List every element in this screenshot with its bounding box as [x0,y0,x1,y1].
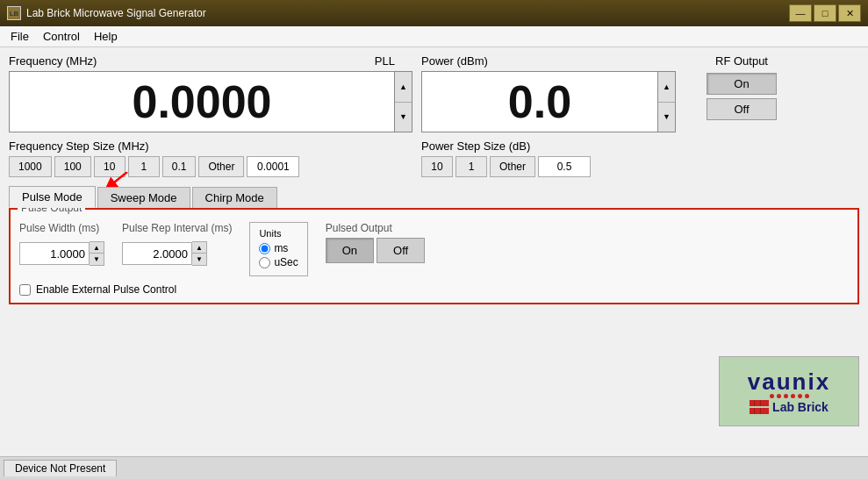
freq-step-section: Frequency Step Size (MHz) 1000 100 10 1 … [9,139,412,177]
minimize-button[interactable]: — [789,4,812,22]
rf-output-label: RF Output [715,54,768,68]
rf-on-button[interactable]: On [707,73,777,95]
main-content: Frequency (MHz) PLL 0.0000 ▲ ▼ Power (dB… [0,47,868,456]
menu-bar: File Control Help [0,26,868,47]
frequency-value: 0.0000 [10,72,394,132]
pll-label: PLL [375,54,395,68]
power-spin-up[interactable]: ▲ [658,72,675,103]
units-usec-label[interactable]: uSec [259,256,298,268]
svg-rect-4 [754,408,755,414]
close-button[interactable]: ✕ [838,4,861,22]
pulse-content: Pulse Width (ms) ▲ ▼ Pulse Rep Interval … [19,222,849,276]
pulse-rep-input[interactable] [122,242,192,265]
freq-step-label: Frequency Step Size (MHz) [9,139,412,153]
brick-icon [750,400,769,414]
power-step-10[interactable]: 10 [421,156,453,177]
frequency-spin-up[interactable]: ▲ [395,72,412,103]
dot-3 [784,394,788,398]
lab-brick-row: Lab Brick [750,400,829,414]
freq-step-buttons: 1000 100 10 1 0.1 Other [9,156,412,177]
tabs-row: Pulse Mode Sweep Mode Chirp Mode [9,186,859,208]
status-bar: Device Not Present [0,456,868,479]
pulse-width-group: Pulse Width (ms) ▲ ▼ [19,222,104,266]
dot-5 [798,394,802,398]
units-ms-text: ms [274,242,288,254]
pulsed-on-button[interactable]: On [326,238,374,263]
pulse-rep-input-row: ▲ ▼ [122,241,232,266]
units-ms-radio[interactable] [259,243,270,254]
pulse-width-spinner: ▲ ▼ [90,241,104,266]
step-row: Frequency Step Size (MHz) 1000 100 10 1 … [9,139,859,177]
units-usec-radio[interactable] [259,257,270,268]
svg-rect-3 [754,400,755,406]
vaunix-logo: vaunix Lab Brick [719,356,859,426]
power-step-1[interactable]: 1 [456,156,487,177]
pulse-width-label: Pulse Width (ms) [19,222,104,234]
ext-pulse-checkbox[interactable] [19,284,31,296]
power-step-label: Power Step Size (dB) [421,139,685,153]
rf-output-section: RF Output On Off [685,54,799,132]
tabs-container: Pulse Mode Sweep Mode Chirp Mode [9,186,859,208]
pulse-panel: Pulse Output Pulse Width (ms) ▲ ▼ Pulse … [9,208,859,304]
dot-1 [770,394,774,398]
frequency-label: Frequency (MHz) [9,54,97,68]
pulse-rep-label: Pulse Rep Interval (ms) [122,222,232,234]
power-label: Power (dBm) [421,54,488,68]
tab-chirp-mode[interactable]: Chirp Mode [192,187,277,208]
frequency-header: Frequency (MHz) PLL [9,54,412,68]
status-tab: Device Not Present [4,460,117,476]
pulse-width-spin-down[interactable]: ▼ [90,254,104,265]
frequency-display: 0.0000 ▲ ▼ [9,71,412,132]
pulsed-output-group: Pulsed Output On Off [326,222,425,263]
pulsed-output-label: Pulsed Output [326,222,392,234]
power-spinner: ▲ ▼ [657,72,675,132]
pulse-width-spin-up[interactable]: ▲ [90,242,104,254]
svg-rect-2 [750,408,769,414]
title-bar: LB Lab Brick Microwave Signal Generator … [0,0,868,26]
lab-brick-text: Lab Brick [772,400,829,414]
tab-sweep-mode[interactable]: Sweep Mode [97,187,190,208]
vaunix-dots [770,394,809,398]
power-step-input[interactable] [538,156,591,177]
menu-file[interactable]: File [4,28,36,45]
vaunix-name: vaunix [748,368,830,396]
power-spin-down[interactable]: ▼ [658,103,675,132]
menu-control[interactable]: Control [36,28,87,45]
top-row: Frequency (MHz) PLL 0.0000 ▲ ▼ Power (dB… [9,54,859,132]
power-step-buttons: 10 1 Other [421,156,685,177]
pulse-rep-spin-up[interactable]: ▲ [192,242,206,254]
freq-step-1[interactable]: 1 [128,156,160,177]
window-controls: — □ ✕ [789,4,861,22]
pulse-width-input-row: ▲ ▼ [19,241,104,266]
frequency-section: Frequency (MHz) PLL 0.0000 ▲ ▼ [9,54,412,132]
pulsed-btns: On Off [326,238,425,263]
power-step-section: Power Step Size (dB) 10 1 Other [421,139,685,177]
units-label: Units [259,228,298,239]
ext-pulse-label: Enable External Pulse Control [36,283,176,296]
freq-step-other[interactable]: Other [198,156,244,177]
freq-step-10[interactable]: 10 [94,156,126,177]
rf-btn-group: On Off [707,73,777,120]
rf-off-button[interactable]: Off [707,98,777,120]
pulsed-off-button[interactable]: Off [377,238,425,263]
pulse-width-input[interactable] [19,242,90,265]
units-usec-text: uSec [274,256,298,268]
freq-step-0-1[interactable]: 0.1 [162,156,197,177]
dot-2 [777,394,781,398]
pulse-rep-spin-down[interactable]: ▼ [192,254,206,265]
tab-pulse-mode[interactable]: Pulse Mode [9,186,96,208]
menu-help[interactable]: Help [87,28,125,45]
svg-rect-6 [760,408,761,414]
units-ms-label[interactable]: ms [259,242,298,254]
maximize-button[interactable]: □ [814,4,836,22]
freq-step-100[interactable]: 100 [54,156,91,177]
dot-4 [791,394,795,398]
power-header: Power (dBm) [421,54,676,68]
ext-pulse-row: Enable External Pulse Control [19,283,849,296]
power-section: Power (dBm) 0.0 ▲ ▼ [421,54,676,132]
freq-step-input[interactable] [247,156,299,177]
freq-step-1000[interactable]: 1000 [9,156,52,177]
power-display: 0.0 ▲ ▼ [421,71,676,132]
power-step-other[interactable]: Other [490,156,535,177]
frequency-spin-down[interactable]: ▼ [395,103,412,132]
